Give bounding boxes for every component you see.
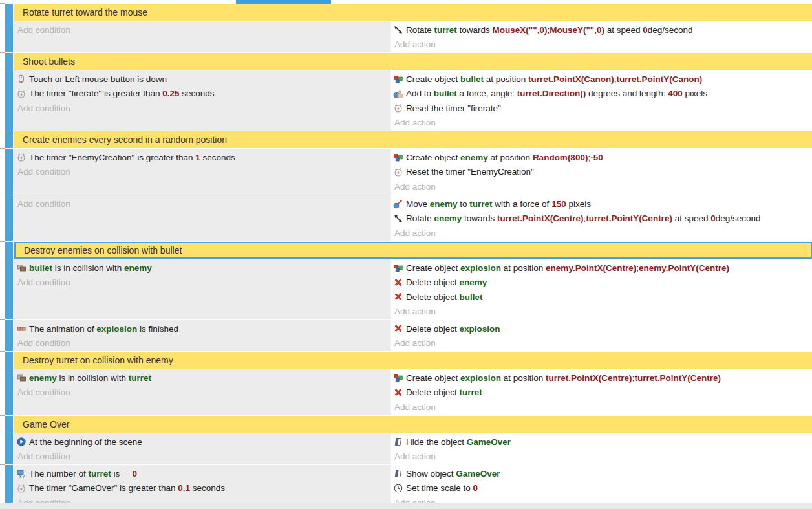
comment-destroy-turret[interactable]: Destroy turret on collision with enemy — [14, 352, 812, 369]
action-line-text: MouseY("",0) — [550, 25, 604, 35]
editor-background — [0, 503, 812, 509]
add-condition-button[interactable]: Add condition — [16, 276, 391, 290]
comment-shoot-bullets[interactable]: Shoot bullets — [14, 53, 812, 70]
actions-column[interactable]: Create object bullet at position turret.… — [391, 70, 812, 131]
event-block: The animation of explosion is finishedAd… — [0, 320, 812, 351]
conditions-column[interactable]: Add condition — [14, 21, 391, 52]
action-line[interactable]: Add to bullet a force, angle: turret.Dir… — [393, 87, 812, 102]
move-toward-icon — [393, 199, 403, 209]
event-selection-bar[interactable] — [5, 149, 13, 195]
action-line[interactable]: Create object explosion at position turr… — [393, 371, 812, 385]
action-line[interactable]: Create object bullet at position turret.… — [393, 72, 812, 87]
comment-block: Rotate turret toward the mouse — [0, 4, 812, 21]
action-line[interactable]: Delete object turret — [393, 385, 812, 400]
comment-create-enemies[interactable]: Create enemies every second in a random … — [14, 131, 812, 148]
action-line-text: deg/second — [648, 25, 693, 35]
rotate-icon — [393, 213, 403, 224]
event-selection-bar[interactable] — [5, 242, 13, 259]
event-selection-bar[interactable] — [5, 53, 13, 70]
action-line-text: explosion — [460, 263, 501, 273]
add-action-button[interactable]: Add action — [393, 305, 812, 319]
add-action-button[interactable]: Add action — [393, 336, 812, 351]
action-line[interactable]: Delete object explosion — [393, 321, 812, 336]
add-action-button[interactable]: Add action — [393, 226, 812, 241]
add-condition-button[interactable]: Add condition — [16, 449, 391, 464]
condition-line-text: The timer "firerate" is greater than — [29, 89, 162, 98]
timer-icon — [16, 152, 27, 162]
action-line[interactable]: Reset the timer "firerate" — [393, 101, 812, 116]
condition-line[interactable]: The timer "GameOver" is greater than 0.1… — [16, 481, 391, 496]
comment-game-over[interactable]: Game Over — [14, 416, 812, 433]
condition-line-text: seconds — [200, 153, 235, 162]
actions-column[interactable]: Create object enemy at position Random(8… — [391, 149, 812, 195]
event-selection-bar[interactable] — [5, 416, 13, 433]
event-selection-bar[interactable] — [5, 4, 13, 21]
condition-line[interactable]: x?The number of turret is = 0 — [16, 466, 391, 481]
conditions-column[interactable]: bullet is in collision with enemyAdd con… — [14, 259, 391, 319]
add-condition-button[interactable]: Add condition — [16, 101, 391, 116]
condition-line[interactable]: Touch or Left mouse button is down — [16, 72, 391, 87]
action-line[interactable]: Rotate enemy towards turret.PointX(Centr… — [393, 211, 812, 226]
conditions-column[interactable]: The timer "EnemyCreation" is greater tha… — [14, 149, 391, 195]
condition-line[interactable]: bullet is in collision with enemy — [16, 261, 391, 276]
event-selection-bar[interactable] — [5, 259, 13, 319]
action-line[interactable]: Reset the timer "EnemyCreation" — [393, 165, 812, 180]
action-line[interactable]: Create object explosion at position enem… — [393, 261, 812, 276]
action-line-text: Delete object — [406, 277, 460, 287]
event-selection-bar[interactable] — [5, 131, 13, 148]
condition-line-text: explosion — [96, 324, 137, 334]
add-condition-button[interactable]: Add condition — [16, 336, 391, 351]
action-line[interactable]: Delete object bullet — [393, 290, 812, 305]
event-selection-bar[interactable] — [5, 320, 13, 351]
comment-destroy-enemies[interactable]: Destroy enemies on collision with bullet — [14, 242, 812, 259]
action-line-text: bullet — [460, 74, 484, 84]
actions-column[interactable]: Hide the object GameOverAdd action — [391, 433, 812, 464]
add-condition-button[interactable]: Add condition — [16, 385, 391, 400]
action-line[interactable]: Move enemy to turret with a force of 150… — [393, 197, 812, 211]
action-line-text: Reset the timer "EnemyCreation" — [406, 167, 534, 177]
action-line[interactable]: Hide the object GameOver — [393, 435, 812, 449]
conditions-column[interactable]: The animation of explosion is finishedAd… — [14, 320, 391, 351]
gutter-tick — [0, 351, 5, 352]
add-condition-button[interactable]: Add condition — [16, 197, 391, 211]
gutter-tick — [0, 319, 5, 320]
add-action-button[interactable]: Add action — [393, 116, 812, 131]
action-line[interactable]: Show object GameOver — [393, 466, 812, 481]
condition-line-text: is in collision with — [52, 263, 124, 273]
add-condition-button[interactable]: Add condition — [16, 165, 391, 180]
condition-line[interactable]: The animation of explosion is finished — [16, 321, 391, 336]
add-condition-button[interactable]: Add condition — [16, 23, 391, 38]
actions-column[interactable]: Delete object explosionAdd action — [391, 320, 812, 351]
action-line[interactable]: Create object enemy at position Random(8… — [393, 150, 812, 165]
conditions-column[interactable]: Touch or Left mouse button is downThe ti… — [14, 70, 391, 131]
event-selection-bar[interactable] — [5, 70, 13, 131]
actions-column[interactable]: Create object explosion at position enem… — [391, 259, 812, 319]
conditions-column[interactable]: enemy is in collision with turretAdd con… — [14, 369, 391, 415]
comment-rotate-turret[interactable]: Rotate turret toward the mouse — [14, 4, 812, 21]
event-selection-bar[interactable] — [5, 352, 13, 369]
add-action-button[interactable]: Add action — [393, 179, 812, 194]
event-selection-bar[interactable] — [5, 195, 13, 241]
condition-line[interactable]: enemy is in collision with turret — [16, 371, 391, 385]
conditions-column[interactable]: Add condition — [14, 195, 391, 241]
action-line-text: enemy.PointY(Centre) — [639, 263, 729, 273]
action-line[interactable]: Delete object enemy — [393, 276, 812, 290]
conditions-column[interactable]: At the beginning of the sceneAdd conditi… — [14, 433, 391, 464]
add-action-button[interactable]: Add action — [393, 38, 812, 52]
event-selection-bar[interactable] — [5, 433, 13, 464]
event-body: Add conditionMove enemy to turret with a… — [14, 195, 812, 241]
event-selection-bar[interactable] — [5, 369, 13, 415]
add-action-button[interactable]: Add action — [393, 400, 812, 415]
event-gutter — [0, 369, 5, 415]
actions-column[interactable]: Rotate turret towards MouseX("",0);Mouse… — [391, 21, 812, 52]
add-action-button[interactable]: Add action — [393, 449, 812, 464]
action-line[interactable]: Set time scale to 0 — [393, 481, 812, 496]
condition-line[interactable]: At the beginning of the scene — [16, 435, 391, 449]
event-selection-bar[interactable] — [5, 21, 13, 52]
condition-line[interactable]: The timer "firerate" is greater than 0.2… — [16, 87, 391, 102]
condition-line[interactable]: The timer "EnemyCreation" is greater tha… — [16, 150, 391, 165]
actions-column[interactable]: Move enemy to turret with a force of 150… — [391, 195, 812, 241]
action-line-text: 0 — [643, 25, 648, 35]
action-line[interactable]: Rotate turret towards MouseX("",0);Mouse… — [393, 23, 812, 38]
actions-column[interactable]: Create object explosion at position turr… — [391, 369, 812, 415]
